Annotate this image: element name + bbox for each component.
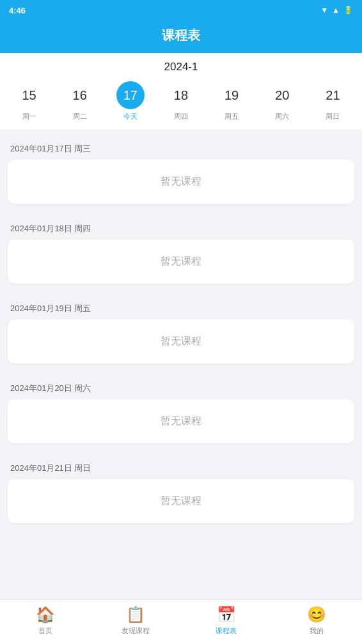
- day-item-16[interactable]: 16周二: [59, 81, 100, 121]
- date-header-2: 2024年01月19日 周五: [0, 294, 362, 319]
- day-label-15: 周一: [22, 112, 36, 121]
- bottom-nav: 🏠首页📋发现课程📅课程表😊我的: [0, 599, 362, 644]
- week-section: 2024-1 15周一16周二17今天18周四19周五20周六21周日: [0, 53, 362, 129]
- status-bar: 4:46 ▼ ▲ 🔋: [0, 0, 362, 20]
- nav-item-schedule[interactable]: 📅课程表: [181, 606, 272, 636]
- signal-icon: ▲: [332, 6, 340, 15]
- day-item-21[interactable]: 21周日: [312, 81, 353, 121]
- day-number-19: 19: [217, 81, 246, 109]
- day-number-16: 16: [66, 81, 94, 109]
- nav-item-discover[interactable]: 📋发现课程: [91, 606, 182, 636]
- no-course-card-1: 暂无课程: [8, 240, 354, 284]
- day-label-18: 周四: [174, 112, 188, 121]
- date-header-0: 2024年01月17日 周三: [0, 134, 362, 160]
- schedule-content: 2024年01月17日 周三暂无课程2024年01月18日 周四暂无课程2024…: [0, 134, 362, 585]
- date-header-1: 2024年01月18日 周四: [0, 214, 362, 240]
- no-course-text-3: 暂无课程: [23, 415, 339, 428]
- day-number-15: 15: [15, 81, 43, 109]
- day-number-18: 18: [167, 81, 195, 109]
- year-label: 2024-1: [0, 61, 362, 73]
- mine-icon: 😊: [307, 606, 326, 624]
- day-item-19[interactable]: 19周五: [211, 81, 252, 121]
- home-icon: 🏠: [36, 606, 55, 624]
- no-course-text-2: 暂无课程: [23, 335, 339, 348]
- days-row: 15周一16周二17今天18周四19周五20周六21周日: [0, 81, 362, 129]
- discover-label: 发现课程: [122, 626, 150, 636]
- no-course-text-4: 暂无课程: [23, 494, 339, 508]
- day-item-20[interactable]: 20周六: [262, 81, 303, 121]
- page-title: 课程表: [0, 27, 362, 44]
- date-header-4: 2024年01月21日 周日: [0, 454, 362, 479]
- day-item-18[interactable]: 18周四: [161, 81, 201, 121]
- no-course-card-2: 暂无课程: [8, 319, 354, 364]
- date-header-3: 2024年01月20日 周六: [0, 374, 362, 399]
- no-course-text-1: 暂无课程: [23, 255, 339, 268]
- battery-icon: 🔋: [343, 6, 353, 15]
- status-time: 4:46: [9, 6, 26, 15]
- no-course-card-3: 暂无课程: [8, 399, 354, 443]
- day-label-21: 周日: [326, 112, 340, 121]
- date-section-1: 2024年01月18日 周四暂无课程: [0, 214, 362, 284]
- no-course-card-4: 暂无课程: [8, 479, 354, 523]
- day-number-21: 21: [319, 81, 347, 109]
- day-label-17: 今天: [123, 112, 138, 121]
- wifi-icon: ▼: [320, 6, 328, 15]
- date-section-0: 2024年01月17日 周三暂无课程: [0, 134, 362, 204]
- schedule-label: 课程表: [216, 626, 237, 636]
- day-item-15[interactable]: 15周一: [9, 81, 50, 121]
- day-label-20: 周六: [275, 112, 289, 121]
- date-section-4: 2024年01月21日 周日暂无课程: [0, 454, 362, 523]
- no-course-card-0: 暂无课程: [8, 160, 354, 204]
- date-section-2: 2024年01月19日 周五暂无课程: [0, 294, 362, 364]
- day-number-17: 17: [116, 81, 145, 109]
- no-course-text-0: 暂无课程: [23, 175, 339, 188]
- status-icons: ▼ ▲ 🔋: [320, 6, 353, 15]
- nav-item-home[interactable]: 🏠首页: [0, 606, 91, 636]
- day-item-17[interactable]: 17今天: [110, 81, 151, 121]
- day-number-20: 20: [268, 81, 296, 109]
- app-header: 课程表: [0, 20, 362, 53]
- day-label-19: 周五: [224, 112, 239, 121]
- day-label-16: 周二: [73, 112, 87, 121]
- divider: [0, 129, 362, 134]
- nav-item-mine[interactable]: 😊我的: [272, 606, 363, 636]
- home-label: 首页: [38, 626, 52, 636]
- date-section-3: 2024年01月20日 周六暂无课程: [0, 374, 362, 443]
- mine-label: 我的: [310, 626, 324, 636]
- schedule-icon: 📅: [217, 606, 236, 624]
- discover-icon: 📋: [126, 606, 145, 624]
